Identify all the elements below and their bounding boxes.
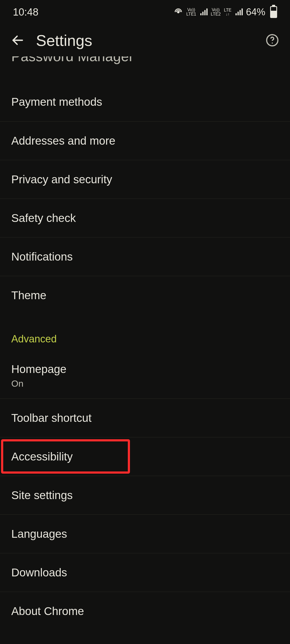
- settings-item-label: Toolbar shortcut: [11, 412, 279, 425]
- settings-item-subtitle: On: [11, 378, 279, 389]
- battery-percent: 64%: [246, 6, 265, 18]
- settings-item-notifications[interactable]: Notifications: [0, 237, 290, 276]
- settings-item-addresses-and-more[interactable]: Addresses and more: [0, 121, 290, 160]
- settings-item-site-settings[interactable]: Site settings: [0, 476, 290, 514]
- settings-item-label: Safety check: [11, 212, 279, 225]
- settings-item-theme[interactable]: Theme: [0, 276, 290, 314]
- settings-item-label: Privacy and security: [11, 173, 279, 186]
- settings-item-accessibility[interactable]: Accessibility: [0, 437, 290, 476]
- svg-point-0: [177, 11, 179, 13]
- signal-bars-2-icon: [235, 8, 243, 16]
- sim2-volte-label: Vo)) LTE2: [211, 8, 221, 16]
- status-right: Vo)) LTE1 Vo)) LTE2 LTE ↓↑ 64%: [173, 6, 277, 18]
- settings-item-label: Payment methods: [11, 96, 279, 108]
- settings-item-label: Site settings: [11, 489, 279, 502]
- settings-item-homepage[interactable]: HomepageOn: [0, 353, 290, 398]
- settings-item-payment-methods[interactable]: Payment methods: [0, 83, 290, 121]
- battery-icon: [270, 6, 277, 18]
- settings-item-label: Password Manager: [11, 56, 279, 64]
- section-header-advanced: Advanced: [0, 314, 290, 353]
- settings-item-label: Languages: [11, 528, 279, 540]
- settings-item-safety-check[interactable]: Safety check: [0, 199, 290, 237]
- svg-point-3: [272, 42, 273, 43]
- settings-item-label: Homepage: [11, 363, 279, 376]
- settings-item-password-manager[interactable]: Password Manager: [0, 56, 290, 83]
- signal-bars-1-icon: [200, 8, 208, 16]
- settings-item-label: Addresses and more: [11, 134, 279, 147]
- settings-item-toolbar-shortcut[interactable]: Toolbar shortcut: [0, 398, 290, 437]
- status-time: 10:48: [13, 6, 38, 18]
- settings-item-label: Notifications: [11, 250, 279, 263]
- settings-item-downloads[interactable]: Downloads: [0, 553, 290, 592]
- back-button[interactable]: [10, 32, 26, 48]
- settings-item-label: Downloads: [11, 566, 279, 579]
- settings-item-about-chrome[interactable]: About Chrome: [0, 592, 290, 630]
- hotspot-icon: [173, 7, 183, 17]
- settings-item-languages[interactable]: Languages: [0, 514, 290, 553]
- settings-item-label: About Chrome: [11, 605, 279, 618]
- settings-item-label: Accessibility: [11, 450, 279, 463]
- lte-label: LTE ↓↑: [224, 8, 231, 16]
- settings-list[interactable]: Password Manager Payment methodsAddresse…: [0, 56, 290, 644]
- settings-item-label: Theme: [11, 289, 279, 302]
- sim1-volte-label: Vo)) LTE1: [186, 8, 196, 16]
- help-button[interactable]: [264, 32, 280, 48]
- status-bar: 10:48 Vo)) LTE1 Vo)) LTE2 LTE ↓↑ 64%: [0, 0, 290, 24]
- page-title: Settings: [36, 31, 254, 49]
- settings-item-privacy-and-security[interactable]: Privacy and security: [0, 160, 290, 199]
- app-bar: Settings: [0, 24, 290, 56]
